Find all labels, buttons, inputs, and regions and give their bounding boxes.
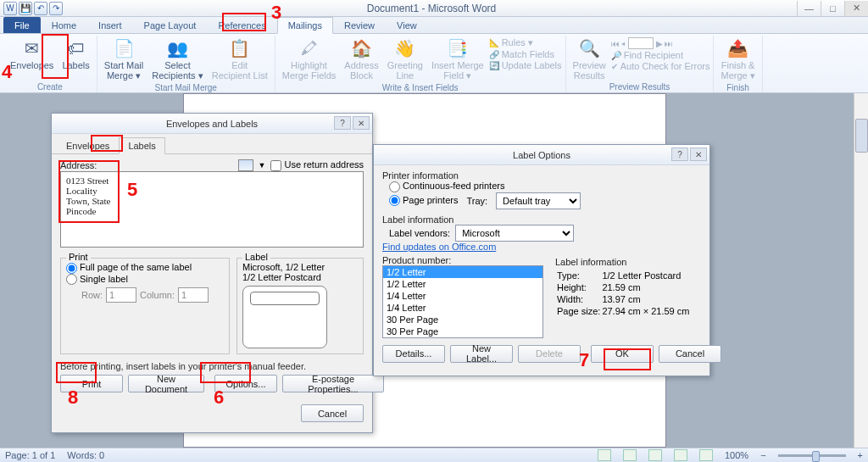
details-button[interactable]: Details...	[382, 345, 445, 363]
quick-access-toolbar: W 💾 ↶ ↷	[0, 2, 66, 15]
tab-labels[interactable]: Labels	[119, 137, 164, 154]
window-title: Document1 - Microsoft Word	[66, 3, 797, 14]
view-outline-icon[interactable]	[674, 449, 687, 461]
list-item[interactable]: 30 Per Page	[383, 326, 542, 337]
close-dialog-button-2[interactable]: ✕	[690, 148, 707, 161]
list-item[interactable]: 1/2 Letter	[383, 278, 542, 290]
find-recipient-button: 🔎 Find Recipient	[611, 50, 710, 60]
tray-label: Tray:	[466, 196, 487, 206]
label-options-dialog: Label Options ?✕ Printer information Con…	[373, 144, 710, 376]
tab-mailings[interactable]: Mailings	[277, 17, 333, 34]
help-button[interactable]: ?	[334, 116, 351, 130]
group-label-write: Write & Insert Fields	[382, 83, 459, 93]
close-dialog-button[interactable]: ✕	[353, 116, 370, 130]
maximize-button[interactable]: □	[821, 1, 844, 16]
tab-envelopes[interactable]: Envelopes	[57, 137, 119, 153]
tab-references[interactable]: References	[207, 17, 276, 33]
help-button-2[interactable]: ?	[671, 148, 688, 161]
new-label-button[interactable]: New Label...	[450, 345, 513, 363]
lblopt-title: Label Options ?✕	[374, 145, 709, 165]
zoom-level[interactable]: 100%	[725, 450, 748, 460]
labels-label: Labels	[62, 60, 89, 70]
tab-review[interactable]: Review	[333, 17, 386, 33]
view-full-screen-icon[interactable]	[623, 449, 637, 461]
status-words[interactable]: Words: 0	[67, 450, 104, 460]
full-page-radio[interactable]: Full page of the same label	[66, 262, 192, 274]
page-printers-radio[interactable]: Page printers	[389, 195, 458, 207]
label-group: Label Microsoft, 1/2 Letter 1/2 Letter P…	[236, 258, 364, 354]
address-icon: 🏠	[350, 37, 372, 59]
ribbon-group-preview: 🔍Preview Results ⏮ ◀ ▶ ⏭ 🔎 Find Recipien…	[566, 36, 715, 92]
tray-select[interactable]: Default tray	[496, 192, 581, 209]
preview-label: Preview Results	[573, 60, 606, 81]
feeder-hint: Before printing, insert labels in your p…	[60, 361, 364, 371]
greeting-icon: 👋	[394, 37, 416, 59]
title-bar: W 💾 ↶ ↷ Document1 - Microsoft Word — □ ✕	[0, 0, 868, 17]
save-icon[interactable]: 💾	[19, 2, 32, 15]
options-button[interactable]: Options...	[214, 375, 277, 392]
vertical-scrollbar[interactable]	[854, 93, 868, 448]
label-info-subheading: Label information	[555, 257, 691, 267]
list-item[interactable]: 1/2 Letter	[383, 266, 542, 278]
continuous-feed-radio[interactable]: Continuous-feed printers	[389, 181, 504, 192]
address-textarea[interactable]: 0123 Street Locality Town, State Pincode	[60, 171, 364, 248]
tab-insert[interactable]: Insert	[87, 17, 133, 33]
tab-page-layout[interactable]: Page Layout	[133, 17, 208, 33]
update-labels-button: 🔄 Update Labels	[489, 60, 562, 70]
select-recipients-label: Select Recipients ▾	[152, 60, 203, 81]
ribbon-group-start: 📄Start Mail Merge ▾ 👥Select Recipients ▾…	[97, 36, 275, 92]
close-button[interactable]: ✕	[844, 1, 868, 16]
greeting-label: Greeting Line	[387, 60, 423, 81]
cancel-env-button[interactable]: Cancel	[301, 404, 364, 422]
env-dialog-title: Envelopes and Labels ?✕	[52, 114, 372, 134]
preview-stack: ⏮ ◀ ▶ ⏭ 🔎 Find Recipient ✔ Auto Check fo…	[611, 36, 710, 71]
edit-recipient-label: Edit Recipient List	[212, 60, 268, 81]
print-button[interactable]: Print	[60, 375, 123, 392]
tab-home[interactable]: Home	[41, 17, 87, 33]
app-icon[interactable]: W	[3, 2, 17, 15]
ok-button[interactable]: OK	[591, 345, 654, 363]
labels-button[interactable]: 🏷Labels	[58, 36, 92, 72]
highlight-label: Highlight Merge Fields	[282, 60, 337, 81]
scroll-thumb[interactable]	[855, 119, 868, 153]
use-return-checkbox[interactable]: Use return address	[270, 159, 364, 171]
env-dialog-tabs: Envelopes Labels	[52, 134, 372, 154]
start-mail-merge-button[interactable]: 📄Start Mail Merge ▾	[101, 36, 147, 83]
list-item[interactable]: 1/4 Letter	[383, 290, 542, 302]
ribbon-tabs: File Home Insert Page Layout References …	[0, 17, 868, 34]
minimize-button[interactable]: —	[797, 1, 821, 16]
product-listbox[interactable]: 1/2 Letter 1/2 Letter 1/4 Letter 1/4 Let…	[382, 265, 543, 338]
select-recipients-button[interactable]: 👥Select Recipients ▾	[148, 36, 206, 83]
list-item[interactable]: 30 Per Page	[383, 314, 542, 326]
vendors-select[interactable]: Microsoft	[455, 225, 574, 242]
status-page[interactable]: Page: 1 of 1	[5, 450, 55, 460]
address-block-button: 🏠Address Block	[341, 36, 381, 82]
tab-view[interactable]: View	[386, 17, 428, 33]
ribbon-group-finish: 📤Finish & Merge ▾ Finish	[714, 36, 762, 92]
col-spinner[interactable]: 1	[178, 287, 209, 303]
envelopes-button[interactable]: ✉Envelopes	[7, 36, 57, 72]
single-label-radio[interactable]: Single label	[66, 274, 128, 286]
label-preview[interactable]	[242, 286, 327, 348]
view-draft-icon[interactable]	[699, 449, 713, 461]
dropdown-icon[interactable]: ▼	[259, 161, 266, 170]
edit-recipient-button: 📋Edit Recipient List	[209, 36, 271, 82]
find-updates-link[interactable]: Find updates on Office.com	[382, 242, 496, 252]
cancel-lblopt-button[interactable]: Cancel	[659, 345, 721, 363]
insert-merge-field-button: 📑Insert Merge Field ▾	[428, 36, 487, 83]
redo-icon[interactable]: ↷	[49, 2, 63, 15]
view-print-layout-icon[interactable]	[598, 449, 611, 461]
zoom-slider[interactable]	[778, 454, 846, 457]
insert-field-icon: 📑	[447, 37, 469, 59]
label-line1: Microsoft, 1/2 Letter	[242, 262, 358, 272]
new-document-button[interactable]: New Document	[128, 375, 204, 392]
tab-file[interactable]: File	[3, 17, 41, 33]
row-spinner[interactable]: 1	[106, 287, 136, 303]
undo-icon[interactable]: ↶	[34, 2, 47, 15]
epostage-button[interactable]: E-postage Properties...	[282, 375, 384, 392]
address-book-icon[interactable]	[238, 159, 253, 171]
label-line2: 1/2 Letter Postcard	[242, 272, 358, 282]
greeting-line-button: 👋Greeting Line	[384, 36, 426, 82]
list-item[interactable]: 1/4 Letter	[383, 302, 542, 314]
view-web-layout-icon[interactable]	[648, 449, 662, 461]
